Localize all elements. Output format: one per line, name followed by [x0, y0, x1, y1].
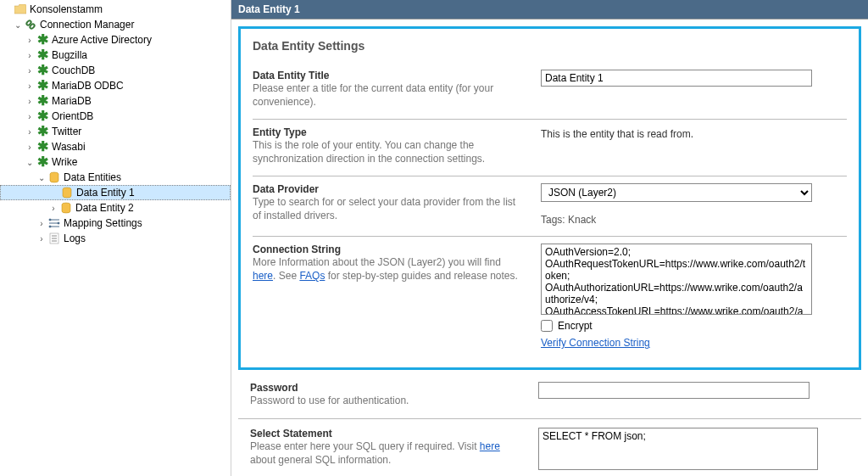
expand-icon[interactable]: ›	[24, 34, 36, 46]
field-description: Please enter here your SQL query if requ…	[250, 440, 521, 467]
tree-label: Data Entity 1	[76, 187, 135, 199]
asterisk-icon: ✱	[36, 125, 49, 138]
expand-icon[interactable]: ›	[24, 126, 36, 137]
asterisk-icon: ✱	[36, 109, 49, 123]
tree-item-couchdb[interactable]: › ✱ CouchDB	[0, 63, 231, 78]
field-data-provider: Data Provider Type to search for or sele…	[253, 176, 847, 237]
asterisk-icon: ✱	[36, 64, 49, 77]
page-title: Data Entity 1	[238, 3, 300, 15]
field-select-statement: Select Statement Please enter here your …	[238, 419, 861, 476]
database-icon	[60, 186, 74, 199]
asterisk-icon: ✱	[36, 48, 49, 62]
field-connection-string: Connection String More Information about…	[253, 237, 847, 359]
svg-point-8	[49, 219, 51, 221]
field-description: This is the role of your entity. You can…	[253, 139, 524, 165]
asterisk-icon: ✱	[36, 94, 49, 108]
page-title-bar: Data Entity 1	[231, 0, 868, 20]
faqs-link[interactable]: FAQs	[299, 270, 325, 282]
field-description: More Information about the JSON (Layer2)…	[253, 256, 524, 283]
tree-label: Mapping Settings	[64, 217, 142, 229]
expander-icon	[2, 3, 14, 15]
encrypt-label: Encrypt	[558, 320, 593, 332]
field-description: Password to use for authentication.	[250, 395, 521, 408]
field-entity-type: Entity Type This is the role of your ent…	[253, 120, 847, 176]
tree-label: Logs	[64, 232, 86, 244]
tree-item-mariadb[interactable]: › ✱ MariaDB	[0, 93, 231, 109]
password-input[interactable]	[538, 382, 810, 399]
expand-icon[interactable]: ›	[24, 80, 36, 92]
tree-label: MariaDB	[52, 95, 92, 107]
tree-item-wrike[interactable]: ⌄ ✱ Wrike	[0, 154, 231, 170]
expander-icon	[48, 187, 60, 199]
collapse-icon[interactable]: ⌄	[24, 156, 36, 168]
tree-item-bugzilla[interactable]: › ✱ Bugzilla	[0, 48, 231, 63]
tree-label: Wrike	[52, 156, 77, 168]
collapse-icon[interactable]: ⌄	[12, 19, 24, 31]
tree-sidebar: Konsolenstamm ⌄ Connection Manager › ✱ A…	[0, 0, 231, 476]
expand-icon[interactable]: ›	[24, 64, 36, 76]
tree-label: Data Entities	[64, 171, 121, 183]
expand-icon[interactable]: ›	[24, 95, 36, 107]
here-link[interactable]: here	[480, 440, 500, 452]
tree-item-orientdb[interactable]: › ✱ OrientDB	[0, 109, 231, 124]
field-description: Please enter a title for the current dat…	[253, 82, 524, 109]
field-password: Password Password to use for authenticat…	[238, 373, 861, 419]
tree-label: OrientDB	[52, 110, 93, 122]
tree-item-data-entities[interactable]: ⌄ Data Entities	[0, 170, 231, 185]
tree-label: CouchDB	[52, 64, 95, 76]
tree-item-twitter[interactable]: › ✱ Twitter	[0, 124, 231, 139]
field-label: Data Provider	[253, 183, 524, 195]
database-icon	[47, 171, 61, 184]
expand-icon[interactable]: ›	[36, 232, 47, 244]
select-statement-textarea[interactable]	[538, 428, 818, 470]
encrypt-checkbox[interactable]	[541, 320, 553, 332]
tree-root[interactable]: Konsolenstamm	[0, 2, 231, 17]
tree-label: Konsolenstamm	[30, 3, 103, 15]
tree-label: Wasabi	[52, 141, 86, 153]
connection-string-textarea[interactable]	[541, 244, 812, 315]
section-title: Data Entity Settings	[253, 39, 847, 53]
svg-point-9	[58, 222, 59, 224]
tree-item-mapping-settings[interactable]: › Mapping Settings	[0, 216, 231, 231]
tags-text: Tags: Knack	[541, 214, 847, 226]
settings-highlight-box: Data Entity Settings Data Entity Title P…	[238, 26, 861, 370]
field-label: Data Entity Title	[253, 70, 524, 81]
field-label: Entity Type	[253, 126, 524, 138]
tree-label: MariaDB ODBC	[52, 80, 124, 92]
field-label: Password	[250, 382, 521, 394]
here-link[interactable]: here	[253, 270, 273, 282]
tree-label: Connection Manager	[40, 19, 134, 31]
field-description: Type to search for or select your data p…	[253, 196, 524, 222]
content-area: Data Entity Settings Data Entity Title P…	[231, 20, 868, 476]
asterisk-icon: ✱	[36, 155, 49, 169]
logs-icon	[47, 232, 61, 245]
asterisk-icon: ✱	[36, 79, 49, 92]
tree-connection-manager[interactable]: ⌄ Connection Manager	[0, 17, 231, 32]
expand-icon[interactable]: ›	[47, 202, 59, 214]
tree-label: Twitter	[52, 126, 81, 137]
tree-item-logs[interactable]: › Logs	[0, 231, 231, 246]
verify-connection-link[interactable]: Verify Connection String	[541, 337, 847, 349]
data-provider-select[interactable]: JSON (Layer2)	[541, 183, 812, 202]
expand-icon[interactable]: ›	[24, 141, 36, 153]
expand-icon[interactable]: ›	[24, 49, 36, 61]
tree-item-data-entity-1[interactable]: Data Entity 1	[0, 185, 231, 200]
field-label: Select Statement	[250, 428, 521, 440]
expand-icon[interactable]: ›	[24, 110, 36, 122]
tree-item-aad[interactable]: › ✱ Azure Active Directory	[0, 32, 231, 48]
collapse-icon[interactable]: ⌄	[36, 171, 47, 183]
asterisk-icon: ✱	[36, 33, 49, 47]
tree-label: Azure Active Directory	[52, 34, 152, 46]
mapping-icon	[47, 216, 61, 230]
tree-item-wasabi[interactable]: › ✱ Wasabi	[0, 139, 231, 154]
folder-icon	[14, 3, 27, 16]
tree-item-mariadb-odbc[interactable]: › ✱ MariaDB ODBC	[0, 78, 231, 93]
expand-icon[interactable]: ›	[36, 217, 47, 229]
data-entity-title-input[interactable]	[541, 70, 812, 87]
asterisk-icon: ✱	[36, 140, 49, 154]
field-data-entity-title: Data Entity Title Please enter a title f…	[253, 63, 847, 120]
tree-item-data-entity-2[interactable]: › Data Entity 2	[0, 200, 231, 216]
tree-label: Bugzilla	[52, 49, 87, 61]
entity-type-value: This is the entity that is read from.	[541, 126, 847, 142]
chain-icon	[24, 18, 37, 31]
